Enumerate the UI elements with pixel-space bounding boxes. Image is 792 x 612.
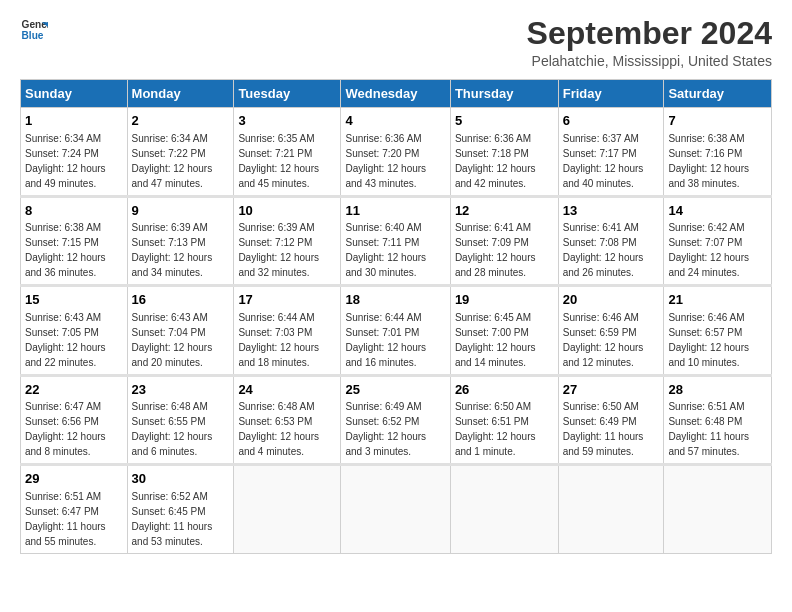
col-header-tuesday: Tuesday	[234, 80, 341, 108]
calendar-cell: 4Sunrise: 6:36 AM Sunset: 7:20 PM Daylig…	[341, 108, 450, 197]
col-header-sunday: Sunday	[21, 80, 128, 108]
day-info: Sunrise: 6:44 AM Sunset: 7:01 PM Dayligh…	[345, 312, 426, 368]
day-info: Sunrise: 6:48 AM Sunset: 6:55 PM Dayligh…	[132, 401, 213, 457]
calendar-cell: 5Sunrise: 6:36 AM Sunset: 7:18 PM Daylig…	[450, 108, 558, 197]
calendar-cell: 26Sunrise: 6:50 AM Sunset: 6:51 PM Dayli…	[450, 375, 558, 465]
day-info: Sunrise: 6:34 AM Sunset: 7:22 PM Dayligh…	[132, 133, 213, 189]
day-info: Sunrise: 6:51 AM Sunset: 6:48 PM Dayligh…	[668, 401, 749, 457]
calendar-cell: 10Sunrise: 6:39 AM Sunset: 7:12 PM Dayli…	[234, 196, 341, 286]
calendar-cell: 23Sunrise: 6:48 AM Sunset: 6:55 PM Dayli…	[127, 375, 234, 465]
day-info: Sunrise: 6:37 AM Sunset: 7:17 PM Dayligh…	[563, 133, 644, 189]
calendar-cell	[450, 465, 558, 554]
day-info: Sunrise: 6:40 AM Sunset: 7:11 PM Dayligh…	[345, 222, 426, 278]
calendar-cell: 15Sunrise: 6:43 AM Sunset: 7:05 PM Dayli…	[21, 286, 128, 376]
day-number: 11	[345, 202, 445, 220]
day-info: Sunrise: 6:44 AM Sunset: 7:03 PM Dayligh…	[238, 312, 319, 368]
calendar-cell: 16Sunrise: 6:43 AM Sunset: 7:04 PM Dayli…	[127, 286, 234, 376]
day-info: Sunrise: 6:49 AM Sunset: 6:52 PM Dayligh…	[345, 401, 426, 457]
calendar-cell: 20Sunrise: 6:46 AM Sunset: 6:59 PM Dayli…	[558, 286, 664, 376]
day-number: 4	[345, 112, 445, 130]
col-header-wednesday: Wednesday	[341, 80, 450, 108]
day-number: 23	[132, 381, 230, 399]
day-info: Sunrise: 6:42 AM Sunset: 7:07 PM Dayligh…	[668, 222, 749, 278]
calendar-cell: 30Sunrise: 6:52 AM Sunset: 6:45 PM Dayli…	[127, 465, 234, 554]
day-number: 2	[132, 112, 230, 130]
header-row: SundayMondayTuesdayWednesdayThursdayFrid…	[21, 80, 772, 108]
day-info: Sunrise: 6:51 AM Sunset: 6:47 PM Dayligh…	[25, 491, 106, 547]
day-number: 16	[132, 291, 230, 309]
day-number: 17	[238, 291, 336, 309]
page: General Blue General Blue September 2024…	[0, 0, 792, 564]
calendar-cell: 14Sunrise: 6:42 AM Sunset: 7:07 PM Dayli…	[664, 196, 772, 286]
day-number: 13	[563, 202, 660, 220]
calendar-cell	[558, 465, 664, 554]
day-number: 27	[563, 381, 660, 399]
day-number: 25	[345, 381, 445, 399]
calendar-cell: 6Sunrise: 6:37 AM Sunset: 7:17 PM Daylig…	[558, 108, 664, 197]
calendar-cell: 8Sunrise: 6:38 AM Sunset: 7:15 PM Daylig…	[21, 196, 128, 286]
day-number: 21	[668, 291, 767, 309]
day-number: 3	[238, 112, 336, 130]
calendar-cell: 25Sunrise: 6:49 AM Sunset: 6:52 PM Dayli…	[341, 375, 450, 465]
calendar-cell: 13Sunrise: 6:41 AM Sunset: 7:08 PM Dayli…	[558, 196, 664, 286]
calendar-cell: 28Sunrise: 6:51 AM Sunset: 6:48 PM Dayli…	[664, 375, 772, 465]
calendar-cell: 24Sunrise: 6:48 AM Sunset: 6:53 PM Dayli…	[234, 375, 341, 465]
day-info: Sunrise: 6:47 AM Sunset: 6:56 PM Dayligh…	[25, 401, 106, 457]
logo-icon: General Blue	[20, 16, 48, 44]
title-area: September 2024 Pelahatchie, Mississippi,…	[527, 16, 772, 69]
day-info: Sunrise: 6:38 AM Sunset: 7:15 PM Dayligh…	[25, 222, 106, 278]
calendar-cell: 2Sunrise: 6:34 AM Sunset: 7:22 PM Daylig…	[127, 108, 234, 197]
col-header-monday: Monday	[127, 80, 234, 108]
day-number: 28	[668, 381, 767, 399]
calendar-cell	[664, 465, 772, 554]
week-row-3: 15Sunrise: 6:43 AM Sunset: 7:05 PM Dayli…	[21, 286, 772, 376]
svg-text:General: General	[22, 19, 48, 30]
day-number: 12	[455, 202, 554, 220]
week-row-5: 29Sunrise: 6:51 AM Sunset: 6:47 PM Dayli…	[21, 465, 772, 554]
day-info: Sunrise: 6:35 AM Sunset: 7:21 PM Dayligh…	[238, 133, 319, 189]
day-number: 9	[132, 202, 230, 220]
logo: General Blue General Blue	[20, 16, 48, 44]
col-header-saturday: Saturday	[664, 80, 772, 108]
day-number: 30	[132, 470, 230, 488]
day-info: Sunrise: 6:43 AM Sunset: 7:04 PM Dayligh…	[132, 312, 213, 368]
day-number: 26	[455, 381, 554, 399]
day-number: 1	[25, 112, 123, 130]
day-number: 29	[25, 470, 123, 488]
day-info: Sunrise: 6:50 AM Sunset: 6:51 PM Dayligh…	[455, 401, 536, 457]
subtitle: Pelahatchie, Mississippi, United States	[527, 53, 772, 69]
day-info: Sunrise: 6:36 AM Sunset: 7:20 PM Dayligh…	[345, 133, 426, 189]
week-row-1: 1Sunrise: 6:34 AM Sunset: 7:24 PM Daylig…	[21, 108, 772, 197]
col-header-thursday: Thursday	[450, 80, 558, 108]
day-number: 24	[238, 381, 336, 399]
day-info: Sunrise: 6:48 AM Sunset: 6:53 PM Dayligh…	[238, 401, 319, 457]
calendar-table: SundayMondayTuesdayWednesdayThursdayFrid…	[20, 79, 772, 554]
day-number: 8	[25, 202, 123, 220]
day-number: 14	[668, 202, 767, 220]
main-title: September 2024	[527, 16, 772, 51]
calendar-cell: 11Sunrise: 6:40 AM Sunset: 7:11 PM Dayli…	[341, 196, 450, 286]
day-info: Sunrise: 6:34 AM Sunset: 7:24 PM Dayligh…	[25, 133, 106, 189]
calendar-cell: 21Sunrise: 6:46 AM Sunset: 6:57 PM Dayli…	[664, 286, 772, 376]
calendar-cell: 19Sunrise: 6:45 AM Sunset: 7:00 PM Dayli…	[450, 286, 558, 376]
calendar-cell: 18Sunrise: 6:44 AM Sunset: 7:01 PM Dayli…	[341, 286, 450, 376]
day-info: Sunrise: 6:43 AM Sunset: 7:05 PM Dayligh…	[25, 312, 106, 368]
day-info: Sunrise: 6:41 AM Sunset: 7:08 PM Dayligh…	[563, 222, 644, 278]
day-number: 6	[563, 112, 660, 130]
col-header-friday: Friday	[558, 80, 664, 108]
day-info: Sunrise: 6:38 AM Sunset: 7:16 PM Dayligh…	[668, 133, 749, 189]
calendar-cell: 12Sunrise: 6:41 AM Sunset: 7:09 PM Dayli…	[450, 196, 558, 286]
calendar-cell: 29Sunrise: 6:51 AM Sunset: 6:47 PM Dayli…	[21, 465, 128, 554]
day-info: Sunrise: 6:39 AM Sunset: 7:13 PM Dayligh…	[132, 222, 213, 278]
calendar-cell: 9Sunrise: 6:39 AM Sunset: 7:13 PM Daylig…	[127, 196, 234, 286]
week-row-2: 8Sunrise: 6:38 AM Sunset: 7:15 PM Daylig…	[21, 196, 772, 286]
day-number: 19	[455, 291, 554, 309]
day-info: Sunrise: 6:41 AM Sunset: 7:09 PM Dayligh…	[455, 222, 536, 278]
calendar-cell	[341, 465, 450, 554]
day-number: 7	[668, 112, 767, 130]
svg-text:Blue: Blue	[22, 30, 44, 41]
calendar-cell: 3Sunrise: 6:35 AM Sunset: 7:21 PM Daylig…	[234, 108, 341, 197]
day-number: 15	[25, 291, 123, 309]
day-info: Sunrise: 6:46 AM Sunset: 6:57 PM Dayligh…	[668, 312, 749, 368]
day-info: Sunrise: 6:36 AM Sunset: 7:18 PM Dayligh…	[455, 133, 536, 189]
